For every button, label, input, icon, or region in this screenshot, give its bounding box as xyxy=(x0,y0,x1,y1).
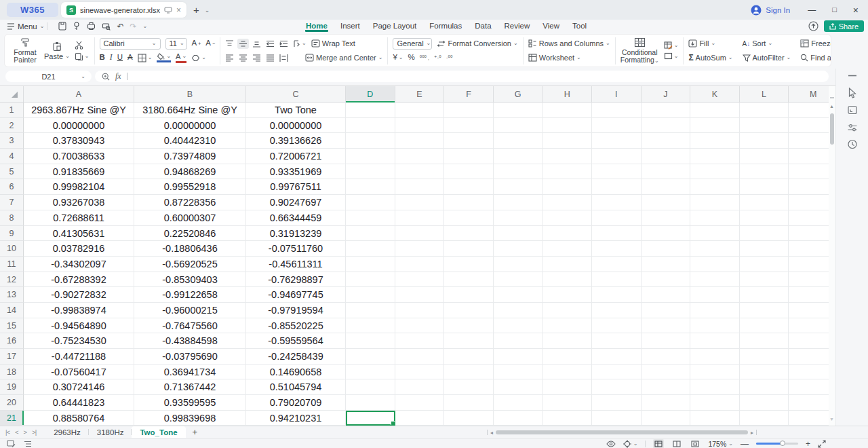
align-top-button[interactable] xyxy=(225,40,234,48)
number-format-select[interactable]: General⌄ xyxy=(393,38,432,50)
bold-button[interactable]: B xyxy=(100,54,105,62)
cell-I19[interactable] xyxy=(592,379,642,395)
cell-E20[interactable] xyxy=(395,395,445,411)
cell-M8[interactable] xyxy=(789,210,829,226)
column-header-F[interactable]: F xyxy=(444,86,494,102)
cell-I9[interactable] xyxy=(592,226,642,242)
cell-K1[interactable] xyxy=(690,102,740,118)
cell-D6[interactable] xyxy=(346,179,395,195)
cell-G10[interactable] xyxy=(494,241,543,257)
cell-D3[interactable] xyxy=(346,133,395,149)
cell-B4[interactable]: 0.73974809 xyxy=(134,149,246,164)
cell-E10[interactable] xyxy=(395,241,445,257)
cell-L10[interactable] xyxy=(740,241,789,257)
cell-K17[interactable] xyxy=(690,349,740,365)
cell-H2[interactable] xyxy=(542,118,592,134)
zoom-slider-handle[interactable] xyxy=(780,441,785,446)
cell-M6[interactable] xyxy=(789,179,829,195)
cell-L8[interactable] xyxy=(740,210,789,226)
cell-C9[interactable]: 0.31913239 xyxy=(246,226,346,242)
cell-C18[interactable]: 0.14690658 xyxy=(246,365,346,380)
worksheet-button[interactable]: Worksheet⌄ xyxy=(528,54,581,62)
cell-G16[interactable] xyxy=(494,333,543,349)
cell-K10[interactable] xyxy=(690,241,740,257)
cell-A1[interactable]: 2963.867Hz Sine @Y xyxy=(24,102,134,118)
cell-J9[interactable] xyxy=(642,226,691,242)
cell-I1[interactable] xyxy=(592,102,642,118)
zoom-formula-icon[interactable] xyxy=(102,73,110,81)
cell-style-button[interactable]: ⌄ xyxy=(664,52,679,60)
name-box-chevron-icon[interactable]: ⌄ xyxy=(81,74,85,79)
cell-B16[interactable]: -0.43884598 xyxy=(134,333,246,349)
increase-decimal-button[interactable]: ⁺·⁰ xyxy=(434,55,441,61)
cell-L5[interactable] xyxy=(740,164,789,180)
cell-I7[interactable] xyxy=(592,195,642,210)
tab-insert[interactable]: Insert xyxy=(340,20,361,32)
cell-E6[interactable] xyxy=(395,179,445,195)
cell-L4[interactable] xyxy=(740,149,789,164)
cell-F6[interactable] xyxy=(444,179,494,195)
cell-D15[interactable] xyxy=(346,318,395,334)
cell-L12[interactable] xyxy=(740,272,789,288)
row-header-16[interactable]: 16 xyxy=(0,333,24,349)
history-icon[interactable] xyxy=(847,139,857,149)
cut-button[interactable] xyxy=(75,41,90,50)
cell-L1[interactable] xyxy=(740,102,789,118)
cell-H14[interactable] xyxy=(542,303,592,318)
upload-cloud-icon[interactable] xyxy=(808,21,818,31)
cell-C2[interactable]: 0.00000000 xyxy=(246,118,346,134)
cell-K15[interactable] xyxy=(690,318,740,334)
cell-B15[interactable]: -0.76475560 xyxy=(134,318,246,334)
align-right-button[interactable] xyxy=(252,54,261,62)
cell-E21[interactable] xyxy=(395,411,445,426)
cell-J20[interactable] xyxy=(642,395,691,411)
resize-window-icon[interactable] xyxy=(847,105,857,115)
row-header-12[interactable]: 12 xyxy=(0,272,24,288)
decrease-decimal-button[interactable]: ·⁰⁰ xyxy=(446,55,453,61)
cell-E3[interactable] xyxy=(395,133,445,149)
cell-C13[interactable]: -0.94697745 xyxy=(246,287,346,303)
cell-L20[interactable] xyxy=(740,395,789,411)
vertical-scrollbar[interactable]: ▲ ▼ xyxy=(829,86,835,426)
normal-view-button[interactable] xyxy=(653,439,664,448)
cell-D7[interactable] xyxy=(346,195,395,210)
cell-G2[interactable] xyxy=(494,118,543,134)
scroll-up-icon[interactable]: ▲ xyxy=(829,104,834,109)
visibility-icon[interactable] xyxy=(606,441,616,447)
cell-I8[interactable] xyxy=(592,210,642,226)
row-header-19[interactable]: 19 xyxy=(0,379,24,395)
cell-L13[interactable] xyxy=(740,287,789,303)
cell-G13[interactable] xyxy=(494,287,543,303)
cell-D21[interactable] xyxy=(346,411,395,426)
cell-A13[interactable]: -0.90272832 xyxy=(24,287,134,303)
cell-C14[interactable]: -0.97919594 xyxy=(246,303,346,318)
cell-G14[interactable] xyxy=(494,303,543,318)
page-layout-view-button[interactable] xyxy=(671,439,682,448)
cell-K8[interactable] xyxy=(690,210,740,226)
cell-G6[interactable] xyxy=(494,179,543,195)
cell-G1[interactable] xyxy=(494,102,543,118)
eraser-button[interactable]: ⌄ xyxy=(191,54,206,62)
cell-C21[interactable]: 0.94210231 xyxy=(246,411,346,426)
cell-E18[interactable] xyxy=(395,365,445,380)
cell-C11[interactable]: -0.45611311 xyxy=(246,257,346,272)
add-sheet-button[interactable]: + xyxy=(193,427,198,437)
cell-K19[interactable] xyxy=(690,379,740,395)
column-header-B[interactable]: B xyxy=(134,86,246,102)
cell-H16[interactable] xyxy=(542,333,592,349)
cell-L7[interactable] xyxy=(740,195,789,210)
cell-K9[interactable] xyxy=(690,226,740,242)
copy-button[interactable]: ⌄ xyxy=(75,52,90,61)
cell-G20[interactable] xyxy=(494,395,543,411)
cell-A17[interactable]: -0.44721188 xyxy=(24,349,134,365)
cell-M2[interactable] xyxy=(789,118,829,134)
cell-D11[interactable] xyxy=(346,257,395,272)
cell-A21[interactable]: 0.88580764 xyxy=(24,411,134,426)
cell-F21[interactable] xyxy=(444,411,494,426)
cell-A12[interactable]: -0.67288392 xyxy=(24,272,134,288)
cell-K20[interactable] xyxy=(690,395,740,411)
formula-input[interactable]: fx xyxy=(95,71,829,82)
borders-button[interactable]: ⌄ xyxy=(138,54,153,62)
shrink-font-button[interactable]: A− xyxy=(205,39,215,48)
cell-I13[interactable] xyxy=(592,287,642,303)
